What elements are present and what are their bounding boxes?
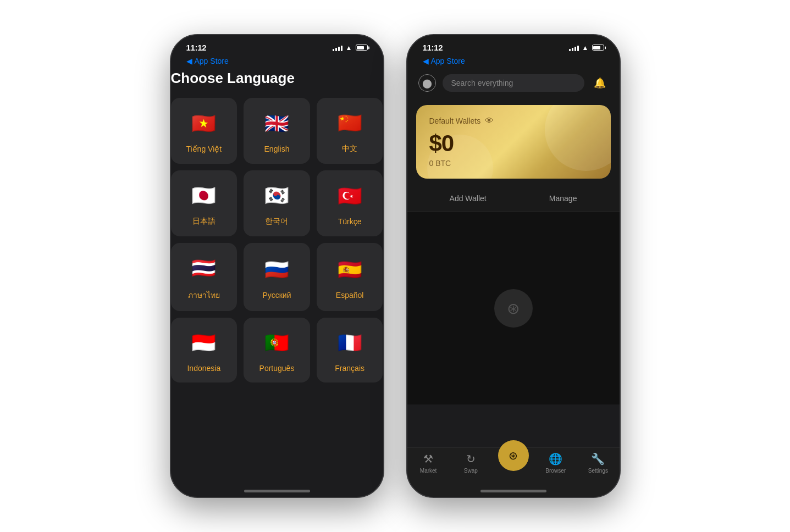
status-bar-right: 11:12 ▲ [407, 35, 620, 56]
language-name: Русский [263, 291, 291, 300]
language-name: English [264, 145, 290, 153]
bell-icon[interactable]: 🔔 [591, 74, 609, 92]
language-grid: 🇻🇳Tiếng Việt🇬🇧English🇨🇳中文🇯🇵日本語🇰🇷한국어🇹🇷Tür… [171, 98, 383, 383]
language-name: Türkçe [338, 217, 362, 226]
language-name: 한국어 [265, 217, 288, 226]
back-text-right: App Store [431, 57, 465, 65]
swap-icon: ↻ [466, 452, 476, 465]
manage-button[interactable]: Manage [549, 194, 577, 203]
status-icons-right: ▲ [569, 44, 604, 52]
center-logo: ⊛ [494, 289, 533, 328]
page-title: Choose Language [171, 70, 383, 87]
flag-icon: 🇫🇷 [334, 328, 365, 358]
center-button[interactable]: ⊛ [498, 440, 529, 471]
search-placeholder: Search everything [451, 79, 513, 87]
battery-icon-right [592, 45, 604, 51]
wallet-label-row: Default Wallets 👁 [429, 116, 598, 126]
language-name: Tiếng Việt [186, 145, 222, 153]
market-icon: ⚒ [423, 452, 433, 465]
settings-label: Settings [588, 468, 608, 474]
logo-icon: ⊛ [507, 300, 520, 318]
flag-icon: 🇬🇧 [261, 108, 292, 139]
settings-icon: 🔧 [591, 452, 605, 465]
wallet-card: Default Wallets 👁 $0 0 BTC [416, 105, 611, 179]
search-bar[interactable]: Search everything [443, 74, 584, 92]
home-indicator-right [480, 490, 546, 492]
wallet-card-section: Default Wallets 👁 $0 0 BTC [407, 98, 620, 185]
tab-home-center[interactable]: ⊛ [492, 440, 534, 472]
language-name: Português [259, 364, 295, 373]
wallet-content-area: ⊛ [407, 212, 620, 404]
home-indicator [244, 490, 310, 492]
flag-icon: 🇻🇳 [189, 108, 219, 139]
flag-icon: 🇮🇩 [189, 328, 219, 358]
wallet-header: ⬤ Search everything 🔔 [407, 70, 620, 98]
browser-icon: 🌐 [549, 452, 562, 465]
language-name: 日本語 [192, 217, 216, 226]
browser-label: Browser [545, 468, 566, 474]
tab-settings[interactable]: 🔧 Settings [577, 452, 619, 474]
right-phone: 11:12 ▲ ◀ App Store ⬤ Search everything … [406, 34, 621, 498]
battery-icon [356, 45, 368, 51]
add-wallet-button[interactable]: Add Wallet [450, 194, 487, 203]
language-item-tiếng-việt[interactable]: 🇻🇳Tiếng Việt [171, 98, 237, 164]
back-arrow-icon-right: ◀ [423, 57, 429, 65]
language-item-português[interactable]: 🇵🇹Português [244, 318, 310, 383]
language-item-español[interactable]: 🇪🇸Español [317, 243, 383, 311]
language-name: 中文 [342, 144, 357, 154]
swap-label: Swap [464, 468, 478, 474]
tab-market[interactable]: ⚒ Market [407, 452, 450, 474]
language-name: Español [336, 291, 364, 300]
flag-icon: 🇰🇷 [261, 180, 292, 211]
status-icons-left: ▲ [333, 44, 368, 52]
wallet-label: Default Wallets [429, 117, 481, 125]
app-store-back-left[interactable]: ◀ App Store [171, 56, 383, 70]
signal-icon [333, 45, 342, 51]
user-icon[interactable]: ⬤ [418, 74, 436, 92]
flag-icon: 🇷🇺 [261, 254, 292, 285]
eye-icon[interactable]: 👁 [485, 116, 494, 126]
left-phone: 11:12 ▲ ◀ App Store Choose Language 🇻🇳Ti… [170, 34, 384, 498]
language-name: ภาษาไทย [188, 289, 220, 301]
language-item-中文[interactable]: 🇨🇳中文 [317, 98, 383, 164]
wifi-icon-right: ▲ [582, 44, 589, 52]
language-item-english[interactable]: 🇬🇧English [244, 98, 310, 164]
time-right: 11:12 [423, 43, 443, 52]
back-text-left: App Store [195, 57, 229, 65]
flag-icon: 🇯🇵 [189, 180, 219, 211]
language-name: Français [335, 364, 364, 373]
market-label: Market [420, 468, 437, 474]
wallet-actions: Add Wallet Manage [407, 185, 620, 212]
flag-icon: 🇵🇹 [261, 328, 292, 358]
wifi-icon: ▲ [346, 44, 352, 52]
language-item-ภาษาไทย[interactable]: 🇹🇭ภาษาไทย [171, 243, 237, 311]
status-bar-left: 11:12 ▲ [171, 35, 383, 56]
time-left: 11:12 [186, 43, 207, 52]
flag-icon: 🇹🇭 [189, 253, 219, 284]
flag-icon: 🇨🇳 [334, 108, 365, 138]
language-item-indonesia[interactable]: 🇮🇩Indonesia [171, 318, 237, 383]
wallet-btc: 0 BTC [429, 159, 598, 168]
language-item-русский[interactable]: 🇷🇺Русский [244, 243, 310, 311]
signal-icon-right [569, 45, 579, 51]
back-arrow-icon: ◀ [186, 57, 192, 65]
flag-icon: 🇹🇷 [334, 181, 365, 212]
language-item-türkçe[interactable]: 🇹🇷Türkçe [317, 170, 383, 236]
app-store-back-right[interactable]: ◀ App Store [407, 56, 620, 70]
language-item-français[interactable]: 🇫🇷Français [317, 318, 383, 383]
language-content: Choose Language 🇻🇳Tiếng Việt🇬🇧English🇨🇳中… [171, 70, 383, 383]
tab-swap[interactable]: ↻ Swap [450, 452, 492, 474]
language-name: Indonesia [187, 364, 220, 373]
language-item-日本語[interactable]: 🇯🇵日本語 [171, 170, 237, 236]
tab-browser[interactable]: 🌐 Browser [534, 452, 577, 474]
center-button-icon: ⊛ [509, 449, 518, 462]
wallet-amount: $0 [429, 130, 598, 157]
flag-icon: 🇪🇸 [334, 254, 365, 285]
language-item-한국어[interactable]: 🇰🇷한국어 [244, 170, 310, 236]
